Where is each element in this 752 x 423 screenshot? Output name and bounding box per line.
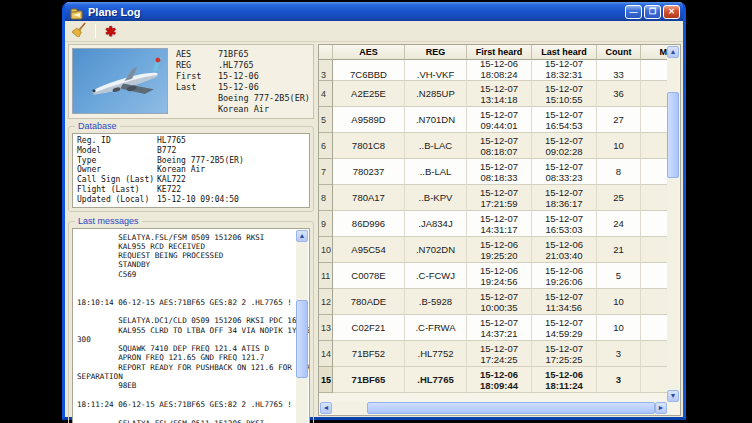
table-cell[interactable]: 15-12-0718:36:17 [532,185,597,211]
table-row[interactable]: 1471BF52.HL775215-12-0717:24:2515-12-071… [319,341,668,367]
table-cell[interactable]: .HL7765 [405,367,467,393]
table-cell[interactable]: 15 [319,367,333,393]
messages-scroll-thumb[interactable] [296,300,308,378]
table-cell[interactable]: 11 [319,263,333,289]
header-row-number[interactable] [319,45,333,60]
table-row[interactable]: 67801C8..B-LAC15-12-0708:18:0715-12-0709… [319,133,668,159]
table-cell[interactable]: 15-12-0618:11:24 [532,367,597,393]
table-cell[interactable]: 10 [597,315,641,341]
table-cell[interactable]: .C-FRWA [405,315,467,341]
table-cell[interactable]: 8 [597,159,641,185]
header-first-heard[interactable]: First heard [467,45,532,60]
table-cell[interactable]: 6 [319,133,333,159]
table-cell[interactable]: 4 [641,315,668,341]
table-cell[interactable]: 15-12-0714:37:21 [467,315,532,341]
table-cell[interactable]: C0078E [333,263,405,289]
table-cell[interactable]: 25 [597,185,641,211]
table-cell[interactable]: 15-12-0709:02:28 [532,133,597,159]
table-cell[interactable]: ..B-LAC [405,133,467,159]
table-cell[interactable]: 3 [641,341,668,367]
clear-log-button[interactable] [69,22,91,40]
table-row[interactable]: 1571BF65.HL776515-12-0618:09:4415-12-061… [319,367,668,393]
table-cell[interactable]: .B-5928 [405,289,467,315]
table-cell[interactable]: 3 [597,341,641,367]
table-cell[interactable]: .VH-VKF [405,60,467,81]
table-row[interactable]: 7780237..B-LAL15-12-0708:18:3315-12-0708… [319,159,668,185]
table-cell[interactable]: C02F21 [333,315,405,341]
table-cell[interactable]: 15-12-0619:25:20 [467,237,532,263]
table-cell[interactable]: 15-12-0713:14:18 [467,81,532,107]
header-message-count[interactable]: Message count [641,45,668,60]
table-cell[interactable]: 5 [641,185,668,211]
table-cell[interactable]: 15-12-0717:25:25 [532,341,597,367]
table-cell[interactable]: .N701DN [405,107,467,133]
table-cell[interactable]: ..B-LAL [405,159,467,185]
table-cell[interactable]: 5 [641,211,668,237]
table-cell[interactable]: 86D996 [333,211,405,237]
table-cell[interactable]: A9589D [333,107,405,133]
table-cell[interactable]: 15-12-0618:09:44 [467,367,532,393]
table-cell[interactable]: 5 [641,263,668,289]
table-cell[interactable]: 5 [641,159,668,185]
table-cell[interactable]: 12 [319,289,333,315]
header-reg[interactable]: REG [405,45,467,60]
table-cell[interactable]: 15-12-0709:44:01 [467,107,532,133]
table-cell[interactable]: 4 [319,81,333,107]
table-cell[interactable]: 15-12-0716:53:03 [532,211,597,237]
stop-decode-button[interactable]: ✱ [100,22,122,40]
table-cell[interactable]: 15-12-0718:32:31 [532,60,597,81]
table-cell[interactable]: 4 [641,289,668,315]
table-cell[interactable]: 5 [597,263,641,289]
header-last-heard[interactable]: Last heard [532,45,597,60]
table-cell[interactable]: 15-12-0708:18:07 [467,133,532,159]
table-cell[interactable]: 3 [319,60,333,81]
table-cell[interactable]: 5 [319,107,333,133]
table-cell[interactable]: 15-12-0708:18:33 [467,159,532,185]
table-cell[interactable]: 13 [319,315,333,341]
table-cell[interactable]: .HL7752 [405,341,467,367]
table-cell[interactable]: ..B-KPV [405,185,467,211]
table-cell[interactable]: 10 [597,289,641,315]
table-cell[interactable]: 15-12-0715:10:55 [532,81,597,107]
table-row[interactable]: 8780A17..B-KPV15-12-0717:21:5915-12-0718… [319,185,668,211]
table-row[interactable]: 986D996.JA834J15-12-0714:31:1715-12-0716… [319,211,668,237]
table-cell[interactable]: 9 [319,211,333,237]
table-cell[interactable]: 780237 [333,159,405,185]
messages-textarea[interactable]: SELATYA.FSL/FSM 0509 151206 RKSI KAL955 … [72,228,310,423]
table-cell[interactable]: 6 [641,107,668,133]
table-cell[interactable]: 15-12-0619:24:56 [467,263,532,289]
table-cell[interactable]: 6 [641,60,668,81]
table-scroll-right-arrow[interactable]: ► [655,402,667,414]
messages-vertical-scrollbar[interactable]: ▲ ▼ [296,230,308,423]
table-cell[interactable]: 7 [319,159,333,185]
table-cell[interactable]: .N702DN [405,237,467,263]
table-cell[interactable]: 15-12-0621:03:40 [532,237,597,263]
table-cell[interactable]: A95C54 [333,237,405,263]
table-cell[interactable]: 15-12-0708:33:23 [532,159,597,185]
table-cell[interactable]: 3 [597,367,641,393]
table-cell[interactable]: 33 [597,60,641,81]
table-horizontal-scrollbar[interactable]: ◄ ► [320,402,667,414]
table-cell[interactable]: 5 [641,237,668,263]
table-cell[interactable]: .N285UP [405,81,467,107]
table-cell[interactable]: 14 [319,341,333,367]
table-cell[interactable]: 36 [597,81,641,107]
table-cell[interactable]: 5 [641,133,668,159]
table-cell[interactable]: .C-FCWJ [405,263,467,289]
table-row[interactable]: 5A9589D.N701DN15-12-0709:44:0115-12-0716… [319,107,668,133]
header-count[interactable]: Count [597,45,641,60]
table-row[interactable]: 4A2E25E.N285UP15-12-0713:14:1815-12-0715… [319,81,668,107]
table-cell[interactable]: 15-12-0714:59:29 [532,315,597,341]
table-cell[interactable]: 24 [597,211,641,237]
table-row[interactable]: 11C0078E.C-FCWJ15-12-0619:24:5615-12-061… [319,263,668,289]
table-cell[interactable]: .JA834J [405,211,467,237]
table-cell[interactable]: 15-12-0717:24:25 [467,341,532,367]
header-aes[interactable]: AES [333,45,405,60]
table-cell[interactable]: 71BF65 [333,367,405,393]
close-button[interactable]: ✕ [663,5,680,19]
table-cell[interactable]: 21 [597,237,641,263]
table-hscroll-thumb[interactable] [367,402,655,414]
table-row[interactable]: 10A95C54.N702DN15-12-0619:25:2015-12-062… [319,237,668,263]
table-cell[interactable]: 71BF52 [333,341,405,367]
titlebar[interactable]: Plane Log — ❐ ✕ [65,2,683,21]
